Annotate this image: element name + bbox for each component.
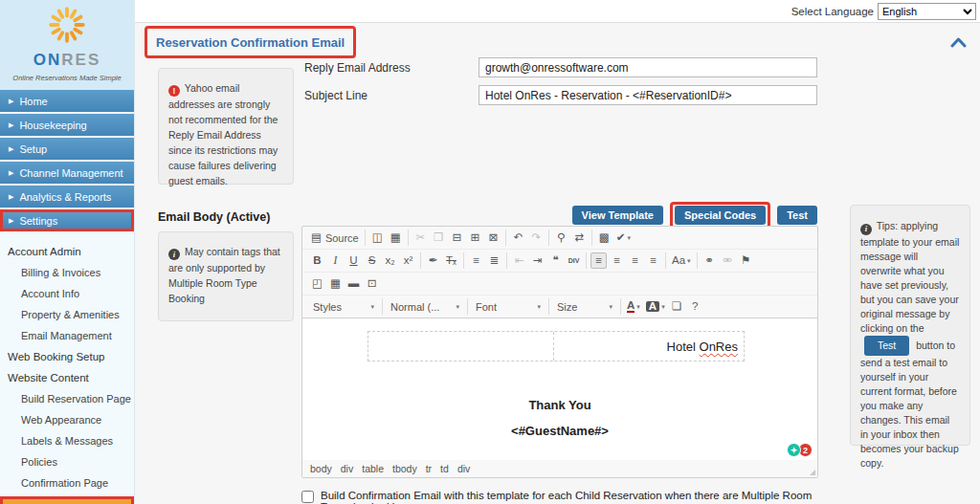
collapse-panel-button[interactable] [950, 34, 967, 52]
path-element-tbody[interactable]: tbody [392, 463, 417, 474]
page-title-annotation: Reservation Confirmation Email [145, 26, 356, 58]
sidebar-item-guest-emails[interactable]: Guest Emails [0, 496, 134, 504]
source-button[interactable]: ▤Source [309, 230, 361, 246]
sidebar-item-home[interactable]: ▶Home [0, 90, 134, 112]
about-button[interactable]: ? [687, 298, 703, 315]
warning-icon: ! [168, 85, 180, 97]
font-dropdown[interactable]: Font▾ [472, 298, 545, 315]
tips-text-before: Tips: applying template to your email me… [860, 220, 959, 334]
cut-button[interactable]: ✂ [412, 230, 429, 246]
unlink-button[interactable]: ⚮ [720, 252, 736, 269]
sidebar-item-settings[interactable]: ▶Settings [0, 209, 134, 231]
paste-from-word-button[interactable]: ⊠ [485, 230, 501, 246]
paste-button[interactable]: ⊟ [449, 230, 465, 246]
sidebar-section-website-content[interactable]: Website Content [0, 367, 134, 388]
paragraph-format-dropdown[interactable]: Normal (...▾ [387, 298, 463, 315]
blockquote-button[interactable]: ❝ [547, 252, 564, 269]
email-body-heading: Email Body (Active) [158, 210, 270, 224]
anchor-button[interactable]: ⚑ [738, 252, 754, 269]
tags-note-box: i May contain tags that are only support… [158, 231, 294, 321]
view-template-button[interactable]: View Template [572, 206, 663, 225]
build-confirmation-checkbox[interactable] [301, 491, 314, 503]
copy-formatting-button[interactable]: ✒ [425, 252, 441, 269]
spellcheck-button[interactable]: ✔▾ [614, 230, 633, 246]
align-center-button[interactable]: ≡ [609, 252, 625, 269]
copy-button[interactable]: ❐ [431, 230, 447, 246]
table-button[interactable]: ▦ [327, 275, 344, 292]
special-codes-button[interactable]: Special Codes [675, 206, 766, 225]
sidebar-item-housekeeping[interactable]: ▶Housekeeping [0, 114, 134, 136]
confirmation-email-panel: Reservation Confirmation Email ! Yahoo e… [135, 23, 980, 504]
sidebar-item-confirmation-page[interactable]: Confirmation Page [0, 472, 134, 493]
underline-button[interactable]: U [345, 252, 362, 269]
preview-button[interactable]: ◫ [369, 230, 386, 246]
background-color-button[interactable]: A▾ [644, 298, 667, 315]
align-right-button[interactable]: ≡ [627, 252, 643, 269]
bold-button[interactable]: B [309, 252, 325, 269]
subscript-button[interactable]: x₂ [382, 252, 398, 269]
path-element-table[interactable]: table [362, 463, 384, 474]
grammar-extension-icon[interactable]: ✦ [787, 443, 801, 457]
tips-box: i Tips: applying template to your email … [850, 205, 970, 446]
table-cell-empty[interactable] [368, 332, 554, 361]
div-container-button[interactable]: DIV [566, 252, 582, 269]
undo-button[interactable]: ↶ [510, 230, 526, 246]
reply-email-row: Reply Email Address [304, 57, 817, 77]
tips-test-button[interactable]: Test [864, 336, 909, 356]
bulleted-list-button[interactable]: ≣ [486, 252, 502, 269]
find-button[interactable]: ⚲ [553, 230, 569, 246]
iframe-button[interactable]: ⊡ [364, 275, 380, 292]
size-dropdown[interactable]: Size▾ [553, 298, 616, 315]
test-button[interactable]: Test [777, 206, 817, 225]
misspelled-word: OnRes [700, 340, 738, 354]
redo-button[interactable]: ↷ [528, 230, 545, 246]
sidebar-item-property-amenities[interactable]: Property & Amenities [0, 304, 134, 325]
editor-toolbar: ▤Source◫▦✂❐⊟⊞⊠↶↷⚲⇄▩✔▾BIUSx₂x²✒Tₓ≡≣⇤⇥❝DIV… [302, 227, 817, 318]
sidebar-item-web-appearance[interactable]: Web Appearance [0, 409, 134, 430]
remove-format-button[interactable]: Tₓ [443, 252, 459, 269]
language-button[interactable]: Aa▾ [670, 252, 693, 269]
horizontal-rule-button[interactable]: ▬ [345, 275, 362, 292]
sidebar-section-account-admin[interactable]: Account Admin [0, 241, 134, 262]
table-cell-brand[interactable]: Hotel OnRes [554, 332, 745, 361]
image-button[interactable]: ◰ [309, 275, 325, 292]
arrow-right-icon: ▶ [9, 121, 13, 129]
italic-button[interactable]: I [327, 252, 344, 269]
sidebar-item-channel-management[interactable]: ▶Channel Management [0, 162, 134, 184]
paste-plain-text-button[interactable]: ⊞ [467, 230, 483, 246]
reply-email-input[interactable] [479, 57, 817, 77]
align-justify-button[interactable]: ≡ [645, 252, 661, 269]
select-all-button[interactable]: ▩ [596, 230, 612, 246]
styles-dropdown[interactable]: Styles▾ [309, 298, 378, 315]
sidebar-item-policies[interactable]: Policies [0, 451, 134, 472]
path-element-td[interactable]: td [440, 463, 449, 474]
path-element-div[interactable]: div [457, 463, 470, 474]
print-button[interactable]: ▦ [388, 230, 404, 246]
maximize-button[interactable]: ❏ [669, 298, 685, 315]
numbered-list-button[interactable]: ≡ [468, 252, 484, 269]
logo: ONRES Online Reservations Made Simple [0, 0, 134, 90]
path-element-div[interactable]: div [341, 463, 353, 474]
path-element-tr[interactable]: tr [426, 463, 432, 474]
editor-resize-handle[interactable] [810, 470, 815, 475]
increase-indent-button[interactable]: ⇥ [529, 252, 546, 269]
sidebar-item-billing-invoices[interactable]: Billing & Invoices [0, 262, 134, 283]
align-left-button[interactable]: ≡ [590, 252, 607, 269]
strikethrough-button[interactable]: S [364, 252, 380, 269]
sidebar-item-analytics-reports[interactable]: ▶Analytics & Reports [0, 186, 134, 208]
text-color-button[interactable]: A▾ [625, 298, 642, 315]
decrease-indent-button[interactable]: ⇤ [511, 252, 527, 269]
sidebar-item-setup[interactable]: ▶Setup [0, 138, 134, 160]
sidebar-item-email-management[interactable]: Email Management [0, 325, 134, 346]
language-select[interactable]: English [878, 3, 976, 20]
sidebar-item-build-reservation-page[interactable]: Build Reservation Page [0, 388, 134, 409]
path-element-body[interactable]: body [310, 463, 332, 474]
superscript-button[interactable]: x² [400, 252, 416, 269]
replace-button[interactable]: ⇄ [571, 230, 588, 246]
sidebar-item-labels-messages[interactable]: Labels & Messages [0, 430, 134, 451]
subject-line-input[interactable] [479, 85, 817, 105]
sidebar-section-web-booking-setup[interactable]: Web Booking Setup [0, 346, 134, 367]
editor-content[interactable]: Hotel OnRes Thank You <#GuestName#> ✦ 2 [302, 318, 817, 460]
sidebar-item-account-info[interactable]: Account Info [0, 283, 134, 304]
link-button[interactable]: ⚭ [702, 252, 718, 269]
